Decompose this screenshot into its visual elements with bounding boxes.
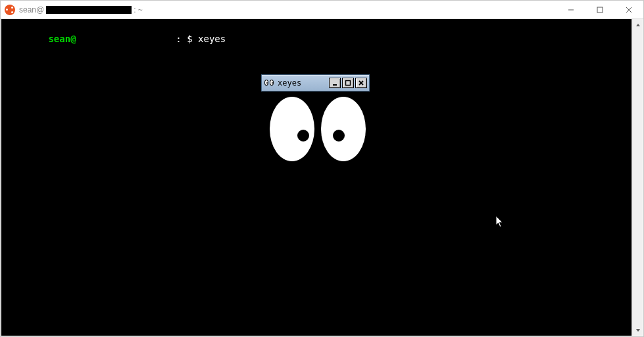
maximize-button[interactable] (585, 1, 614, 19)
pupil-right (333, 130, 345, 142)
xeyes-close-button[interactable] (355, 78, 367, 88)
eye-right (321, 97, 366, 161)
xeyes-maximize-button[interactable] (342, 78, 354, 88)
window-title-prefix: sean@ (19, 5, 44, 14)
scroll-up-button[interactable] (632, 19, 643, 30)
window-controls (557, 1, 643, 19)
ubuntu-icon (5, 5, 15, 15)
vertical-scrollbar[interactable] (632, 19, 643, 336)
prompt-command: xeyes (198, 34, 226, 44)
prompt-user: sean@ (48, 34, 76, 44)
terminal-area: sean@ : $ xeyes xeyes (1, 19, 643, 336)
close-button[interactable] (614, 1, 643, 19)
xeyes-app-icon (264, 79, 275, 87)
svg-rect-1 (597, 7, 603, 13)
xeyes-window[interactable]: xeyes (261, 74, 370, 91)
xeyes-minimize-button[interactable] (329, 78, 341, 88)
window-title-redacted (46, 6, 132, 14)
cursor-icon (495, 215, 505, 228)
scroll-down-button[interactable] (632, 324, 643, 336)
eye-left (270, 97, 314, 161)
prompt-separator: : (176, 34, 187, 44)
prompt-line: sean@ : $ xeyes (4, 23, 226, 55)
pupil-left (297, 130, 309, 142)
window-title-suffix: : ~ (134, 5, 143, 14)
xeyes-titlebar[interactable]: xeyes (261, 74, 370, 91)
xeyes-title: xeyes (278, 78, 328, 88)
svg-rect-5 (346, 81, 351, 86)
prompt-host-redacted (76, 34, 176, 44)
main-window: sean@ : ~ sean@ : $ xeyes (0, 0, 644, 337)
window-titlebar[interactable]: sean@ : ~ (1, 1, 643, 19)
xeyes-eyes (270, 97, 368, 176)
minimize-button[interactable] (557, 1, 585, 19)
terminal[interactable]: sean@ : $ xeyes xeyes (1, 19, 632, 336)
prompt-symbol: $ (187, 34, 198, 44)
